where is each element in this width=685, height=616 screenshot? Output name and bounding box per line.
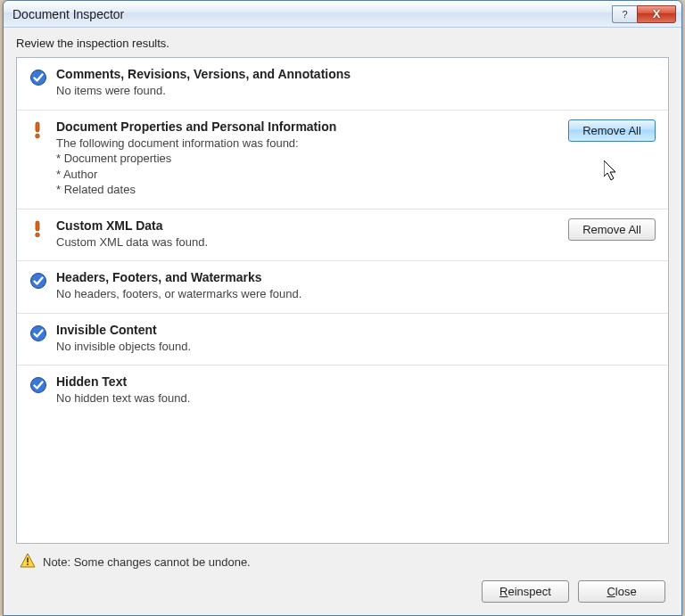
remove-all-label: Remove All bbox=[582, 223, 641, 236]
reinspect-button[interactable]: Reinspect bbox=[482, 580, 569, 603]
section-body: No items were found. bbox=[56, 83, 549, 99]
section-title: Invisible Content bbox=[56, 323, 549, 337]
results-panel[interactable]: Comments, Revisions, Versions, and Annot… bbox=[16, 57, 669, 544]
inspection-section: Headers, Footers, and WatermarksNo heade… bbox=[17, 261, 668, 314]
section-text: Hidden TextNo hidden text was found. bbox=[56, 374, 549, 407]
inspection-section: Comments, Revisions, Versions, and Annot… bbox=[17, 58, 668, 111]
section-title: Hidden Text bbox=[56, 374, 549, 389]
svg-rect-10 bbox=[27, 563, 29, 565]
section-text: Document Properties and Personal Informa… bbox=[56, 119, 549, 198]
window-buttons: ? X bbox=[612, 5, 676, 23]
remove-all-button[interactable]: Remove All bbox=[568, 218, 656, 241]
check-ok-icon bbox=[29, 67, 47, 89]
close-icon: X bbox=[653, 7, 661, 21]
remove-all-button[interactable]: Remove All bbox=[568, 119, 656, 142]
check-ok-icon bbox=[29, 270, 47, 292]
warning-icon bbox=[20, 553, 36, 571]
close-button[interactable]: Close bbox=[578, 580, 665, 603]
section-text: Comments, Revisions, Versions, and Annot… bbox=[56, 67, 549, 99]
section-action: Remove All bbox=[557, 119, 656, 142]
section-body: No headers, footers, or watermarks were … bbox=[56, 286, 549, 302]
dialog-window: Document Inspector ? X Review the inspec… bbox=[3, 0, 682, 616]
window-title: Document Inspector bbox=[12, 7, 612, 21]
help-button[interactable]: ? bbox=[612, 5, 637, 23]
exclamation-warn-icon bbox=[29, 119, 47, 142]
footer-note-text: Note: Some changes cannot be undone. bbox=[43, 555, 251, 569]
svg-rect-9 bbox=[27, 558, 29, 563]
section-text: Headers, Footers, and WatermarksNo heade… bbox=[56, 270, 549, 302]
section-title: Document Properties and Personal Informa… bbox=[56, 119, 549, 134]
section-title: Custom XML Data bbox=[56, 218, 549, 233]
section-title: Comments, Revisions, Versions, and Annot… bbox=[56, 67, 549, 81]
reinspect-label: Reinspect bbox=[499, 585, 551, 598]
client-area: Review the inspection results. Comments,… bbox=[4, 28, 681, 615]
svg-point-2 bbox=[36, 134, 40, 138]
window-close-button[interactable]: X bbox=[637, 5, 676, 23]
footer-buttons: Reinspect Close bbox=[16, 580, 669, 604]
inspection-section: Hidden TextNo hidden text was found. bbox=[17, 365, 668, 417]
remove-all-label: Remove All bbox=[582, 124, 641, 137]
section-text: Invisible ContentNo invisible objects fo… bbox=[56, 323, 549, 355]
titlebar[interactable]: Document Inspector ? X bbox=[4, 1, 681, 28]
check-ok-icon bbox=[29, 374, 47, 397]
svg-rect-1 bbox=[36, 122, 39, 132]
instruction-text: Review the inspection results. bbox=[16, 37, 669, 50]
check-ok-icon bbox=[29, 323, 47, 345]
help-icon: ? bbox=[622, 9, 627, 20]
section-body: No hidden text was found. bbox=[56, 390, 549, 407]
inspection-section: Document Properties and Personal Informa… bbox=[17, 111, 668, 209]
svg-rect-3 bbox=[36, 221, 39, 231]
inspection-section: Invisible ContentNo invisible objects fo… bbox=[17, 314, 668, 366]
exclamation-warn-icon bbox=[29, 218, 47, 241]
svg-point-4 bbox=[36, 233, 40, 237]
section-action: Remove All bbox=[557, 218, 656, 241]
footer-note: Note: Some changes cannot be undone. bbox=[16, 544, 669, 580]
section-body: The following document information was f… bbox=[56, 136, 549, 198]
inspection-section: Custom XML DataCustom XML data was found… bbox=[17, 209, 668, 262]
section-text: Custom XML DataCustom XML data was found… bbox=[56, 218, 549, 251]
section-body: Custom XML data was found. bbox=[56, 234, 549, 251]
close-label: Close bbox=[607, 585, 636, 598]
section-body: No invisible objects found. bbox=[56, 339, 549, 355]
section-title: Headers, Footers, and Watermarks bbox=[56, 270, 549, 284]
